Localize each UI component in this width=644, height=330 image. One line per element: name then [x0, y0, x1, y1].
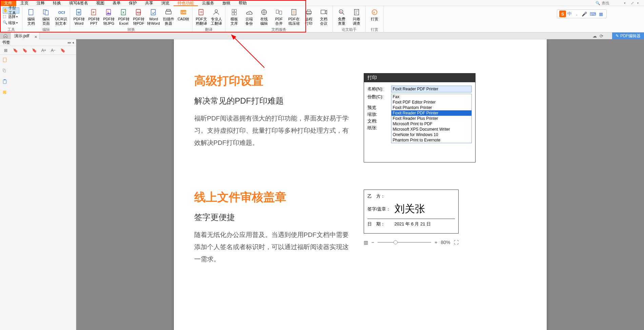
online-edit-button[interactable]: 在线 编辑 [257, 7, 271, 26]
pdf-to-ppt-button[interactable]: PPDF转 PPT [86, 7, 101, 26]
menu-protect[interactable]: 保护 [125, 0, 141, 6]
menu-share[interactable]: 共享 [141, 0, 157, 6]
ime-grid-icon[interactable]: ▦ [599, 12, 603, 17]
pdf-to-pdf-button[interactable]: PDFPDF转 转PDF [131, 7, 146, 26]
menu-play[interactable]: 放映 [218, 0, 235, 6]
zoom-tool[interactable]: 🔍缩放▾ [3, 20, 19, 26]
bm-add-icon[interactable]: 🔖 [12, 47, 18, 53]
bookmark-toolbar: ⊞ 🔖 🔖 🔖 A+ A− 🔖 [0, 46, 76, 55]
sign-signature: 刘关张 [395, 202, 425, 216]
pdf-page: 高级打印设置 解决常见的PDF打印难题 福昕PDF阅读器拥有强大的打印功能，界面… [174, 39, 547, 330]
menu-browse[interactable]: 浏览 [157, 0, 174, 6]
edit-doc-button[interactable]: 编辑 文档 [24, 7, 39, 26]
ime-punct-icon[interactable]: ， [575, 11, 579, 17]
pen-icon: ✎ [616, 34, 619, 38]
search-input[interactable] [602, 1, 622, 5]
free-check-button[interactable]: 免免费 查重 [334, 7, 349, 26]
bm-fontdown-icon[interactable]: A− [50, 47, 56, 53]
search-dropdown-icon[interactable]: ▼ [623, 2, 626, 5]
svg-rect-23 [235, 9, 237, 12]
print-doc-label: 文档: [367, 118, 391, 124]
expand-icon[interactable]: ⤢ [631, 1, 634, 5]
menu-special[interactable]: 特色功能 [174, 0, 198, 6]
pdf-merge-button[interactable]: PDF 合并 [271, 7, 286, 26]
bm-goto-icon[interactable]: 🔖 [22, 47, 28, 53]
meeting-button[interactable]: 文档 会议 [316, 7, 331, 26]
svg-text:CAD: CAD [181, 11, 186, 14]
bm-search-icon[interactable]: 🔖 [60, 47, 66, 53]
pdf-compress-button[interactable]: PDF在 线压缩 [286, 7, 301, 26]
print-copies-label: 份数(C): [367, 94, 391, 100]
svg-text:W: W [77, 11, 80, 14]
printer-option: Phantom Print to Evernote [391, 137, 471, 143]
cloud-icon[interactable]: ☁ [592, 34, 597, 39]
svg-rect-25 [235, 13, 237, 15]
menu-convert[interactable]: 转换 [49, 0, 65, 6]
work-area: 书签 ▸▸ ◂ ⊞ 🔖 🔖 🔖 A+ A− 🔖 高级打印设置 解决常见的PDF打… [0, 39, 644, 330]
print-preview-label: 预览 [367, 105, 391, 111]
svg-text:免: 免 [340, 10, 342, 13]
cad-button[interactable]: CADCAD转 [176, 7, 191, 21]
pdf-editor-button[interactable]: ✎ PDF编辑器 [612, 32, 644, 39]
home-tab[interactable] [0, 32, 11, 39]
printer-list: FaxFoxit PDF Editor PrinterFoxit Phantom… [391, 94, 472, 143]
select-tool[interactable]: ⬚选择▾ [3, 14, 19, 20]
hand-tool[interactable]: ✋手型工具 [3, 7, 19, 14]
menu-cloud[interactable]: 云服务 [198, 0, 218, 6]
ime-keyboard-icon[interactable]: ⌨ [590, 12, 596, 17]
printer-option: Foxit Phantom Printer [391, 105, 471, 110]
sidetab-pages[interactable] [1, 67, 8, 74]
sidetab-bookmark[interactable] [1, 56, 8, 64]
fullscreen-icon[interactable]: ⛶ [454, 240, 459, 245]
sidetab-clipboard[interactable] [1, 78, 8, 85]
cloud-backup-button[interactable]: 云端 备份 [242, 7, 257, 26]
ime-bar[interactable]: S 中 ， 🎤 ⌨ ▦ [557, 9, 607, 18]
menu-comment[interactable]: 注释 [33, 0, 49, 6]
sidetab-notes[interactable] [1, 89, 8, 96]
zoom-slider[interactable] [378, 242, 431, 243]
ime-mic-icon[interactable]: 🎤 [582, 12, 587, 17]
pdf-translate-button[interactable]: 中PDF文 档翻译 [194, 7, 209, 26]
menu-home[interactable]: 主页 [16, 0, 33, 6]
zoom-out-button[interactable]: − [371, 240, 374, 245]
printer-option: OneNote for Windows 10 [391, 132, 471, 137]
search-area: 🔍 ▼ ⤢ ▼ [594, 0, 641, 6]
bm-delete-icon[interactable]: 🔖 [31, 47, 37, 53]
word-convert-button[interactable]: Word 转Word [146, 7, 161, 26]
pdf-to-word-button[interactable]: WPDF转 Word [72, 7, 86, 26]
search-icon[interactable]: 🔍 [596, 1, 600, 5]
scan-button[interactable]: 扫描件 换器 [161, 7, 176, 26]
pdf-to-jpg-button[interactable]: PDF转 转JPG [101, 7, 116, 26]
menu-view[interactable]: 视图 [92, 0, 108, 6]
template-button[interactable]: 模板 文库 [227, 7, 242, 26]
bm-fontup-icon[interactable]: A+ [41, 47, 47, 53]
section2-heading: 线上文件审核盖章 [194, 190, 354, 205]
pdf-to-excel-button[interactable]: XPDF转 Excel [116, 7, 131, 26]
remote-print-button[interactable]: 远程 打印 [301, 7, 316, 26]
bm-expand-icon[interactable]: ⊞ [3, 47, 9, 53]
document-tab[interactable]: 演示.pdf✕ [11, 32, 40, 39]
survey-button[interactable]: 问卷 调查 [349, 7, 364, 26]
ime-lang[interactable]: 中 [567, 11, 572, 17]
menu-file[interactable]: 文件 [0, 0, 16, 6]
human-translate-button[interactable]: 专业人 工翻译 [209, 7, 224, 26]
group-service-label: 文档服务 [227, 27, 331, 32]
document-canvas[interactable]: 高级打印设置 解决常见的PDF打印难题 福昕PDF阅读器拥有强大的打印功能，界面… [76, 39, 644, 330]
menu-fillsign[interactable]: 填写&签名 [65, 0, 92, 6]
svg-rect-27 [276, 10, 279, 14]
panel-collapse-icon[interactable]: ▸▸ ◂ [68, 41, 74, 44]
menu-form[interactable]: 表单 [108, 0, 125, 6]
chevron-down-icon[interactable]: ▼ [637, 2, 639, 5]
ocr-button[interactable]: OCROCR识 别文本 [54, 7, 68, 26]
menu-help[interactable]: 帮助 [235, 0, 251, 6]
edit-page-button[interactable]: 编辑 页面 [39, 7, 54, 26]
layout-icon[interactable]: ▥ [364, 240, 368, 245]
reward-button[interactable]: ¥打赏 [367, 7, 382, 21]
sync-icon[interactable]: ⟳ [600, 34, 603, 39]
print-scale-label: 缩放: [367, 111, 391, 117]
svg-rect-8 [106, 9, 111, 15]
zoom-in-button[interactable]: + [435, 240, 437, 245]
panel-title: 书签 [2, 40, 10, 45]
svg-point-21 [215, 10, 217, 12]
close-tab-icon[interactable]: ✕ [34, 34, 37, 40]
